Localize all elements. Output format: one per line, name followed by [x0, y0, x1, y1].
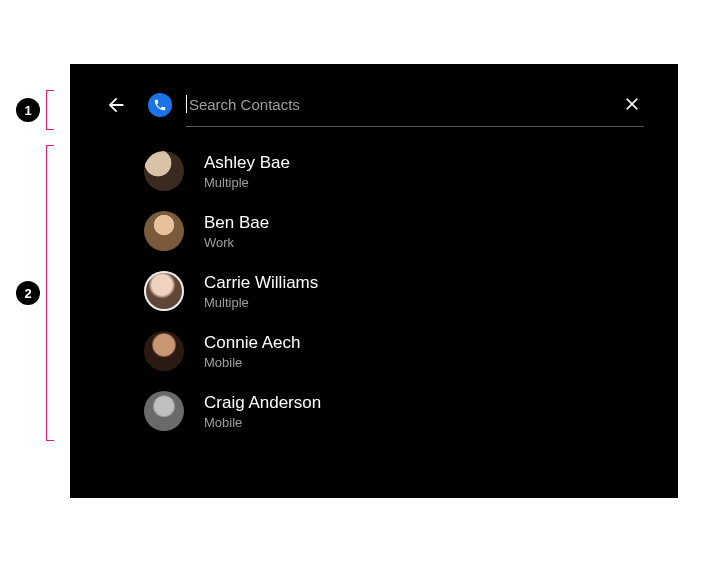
contact-sublabel: Multiple — [204, 175, 290, 190]
back-button[interactable] — [104, 93, 128, 117]
annotation-2: 2 — [16, 145, 54, 441]
annotation-1: 1 — [16, 90, 54, 130]
text-cursor — [186, 95, 187, 113]
contact-name: Craig Anderson — [204, 393, 321, 413]
contact-text: Connie Aech Mobile — [204, 333, 300, 370]
avatar — [144, 391, 184, 431]
annotation-badge-1: 1 — [16, 98, 40, 122]
contact-row[interactable]: Ben Bae Work — [104, 201, 644, 261]
contact-text: Carrie Williams Multiple — [204, 273, 318, 310]
avatar — [144, 331, 184, 371]
contact-sublabel: Mobile — [204, 355, 300, 370]
search-field-wrap[interactable] — [186, 92, 644, 127]
contact-row[interactable]: Ashley Bae Multiple — [104, 141, 644, 201]
annotation-bracket — [46, 90, 54, 130]
contact-text: Ben Bae Work — [204, 213, 269, 250]
contact-name: Ashley Bae — [204, 153, 290, 173]
contact-name: Ben Bae — [204, 213, 269, 233]
contact-text: Craig Anderson Mobile — [204, 393, 321, 430]
contact-sublabel: Work — [204, 235, 269, 250]
contact-name: Connie Aech — [204, 333, 300, 353]
contacts-list: Ashley Bae Multiple Ben Bae Work Carrie … — [104, 141, 644, 441]
close-icon — [622, 94, 642, 114]
phone-chip — [148, 93, 172, 117]
contact-text: Ashley Bae Multiple — [204, 153, 290, 190]
avatar — [144, 271, 184, 311]
phone-icon — [153, 98, 167, 112]
search-header — [104, 92, 644, 131]
contacts-panel: Ashley Bae Multiple Ben Bae Work Carrie … — [70, 64, 678, 498]
contact-row[interactable]: Connie Aech Mobile — [104, 321, 644, 381]
annotation-bracket — [46, 145, 54, 441]
contact-name: Carrie Williams — [204, 273, 318, 293]
clear-search-button[interactable] — [620, 92, 644, 116]
contact-row[interactable]: Carrie Williams Multiple — [104, 261, 644, 321]
avatar — [144, 211, 184, 251]
back-arrow-icon — [105, 94, 127, 116]
contact-row[interactable]: Craig Anderson Mobile — [104, 381, 644, 441]
contact-sublabel: Mobile — [204, 415, 321, 430]
avatar — [144, 151, 184, 191]
annotation-badge-2: 2 — [16, 281, 40, 305]
search-input[interactable] — [189, 96, 612, 113]
contact-sublabel: Multiple — [204, 295, 318, 310]
